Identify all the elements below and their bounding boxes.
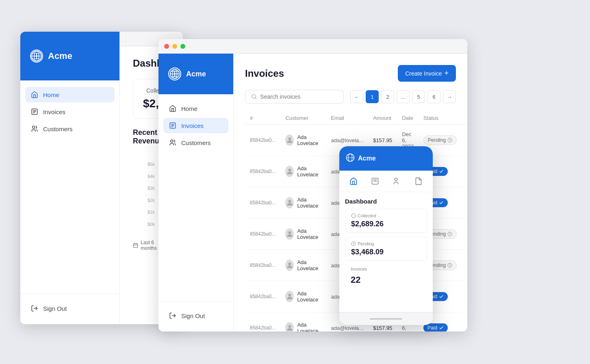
app-name-2: Acme	[186, 70, 206, 78]
titlebar-2	[158, 39, 467, 54]
sidebar-item-customers[interactable]: Customers	[25, 121, 115, 136]
cell-id: 85842ba0...	[245, 312, 280, 332]
cell-customer: Ada Lovelace	[280, 219, 326, 250]
sign-out-1[interactable]: Sign Out	[25, 301, 115, 316]
page-ellipsis: ...	[397, 90, 410, 103]
sidebar-bottom-2: Sign Out	[158, 301, 233, 332]
svg-point-48	[351, 214, 356, 218]
cell-customer: Ada Lovelace	[280, 187, 326, 219]
search-pagination-row: ← 1 2 ... 5 6 →	[245, 90, 456, 104]
nav-2: Home Invoices Customers	[158, 94, 233, 301]
mobile-home-icon[interactable]	[346, 174, 361, 188]
avatar	[285, 134, 294, 146]
svg-point-31	[288, 137, 291, 140]
sign-out-2[interactable]: Sign Out	[163, 308, 228, 323]
svg-point-29	[252, 95, 256, 99]
home-label: Home	[43, 91, 59, 98]
edit-button[interactable]	[466, 286, 467, 297]
delete-button[interactable]	[466, 171, 467, 182]
fullscreen-dot-2[interactable]	[180, 44, 185, 49]
sidebar-item-home[interactable]: Home	[25, 87, 115, 102]
y-label-5k: $5k	[148, 162, 155, 167]
sidebar-item-invoices[interactable]: Invoices	[25, 104, 115, 119]
next-page-button[interactable]: →	[443, 90, 456, 103]
cell-actions	[462, 219, 467, 250]
customers-label-2: Customers	[181, 139, 211, 146]
sidebar2-item-home[interactable]: Home	[163, 101, 228, 116]
mobile-dollar-icon	[351, 213, 356, 218]
mobile-invoices-count: 22	[345, 273, 427, 287]
cell-id: 85842ba0...	[245, 219, 280, 250]
edit-button[interactable]	[466, 161, 467, 171]
mobile-content: Dashboard Collected $2,689.26 Pending $3…	[339, 192, 433, 318]
avatar	[285, 260, 294, 271]
collected-value: $2,689.26	[143, 97, 160, 110]
home-label-2: Home	[181, 105, 197, 112]
svg-point-37	[288, 262, 291, 265]
cell-actions	[462, 187, 467, 219]
cell-actions	[462, 281, 467, 312]
col-date: Date	[397, 112, 419, 125]
col-actions	[462, 112, 467, 125]
logo-area: Acme	[20, 32, 119, 80]
delete-button[interactable]	[466, 297, 467, 307]
logo-area-2: Acme	[158, 54, 233, 94]
home-icon-2	[169, 105, 176, 112]
delete-button[interactable]	[466, 328, 467, 332]
page-6-button[interactable]: 6	[427, 90, 440, 103]
mobile-collected-value: $2,689.26	[351, 220, 421, 228]
mobile-customers-icon[interactable]	[390, 174, 404, 188]
edit-button[interactable]	[466, 255, 467, 265]
sidebar2-item-customers[interactable]: Customers	[163, 135, 228, 150]
mobile-invoices-icon[interactable]	[368, 174, 382, 188]
col-status: Status	[419, 112, 462, 125]
pagination: ← 1 2 ... 5 6 →	[350, 90, 456, 103]
col-amount: Amount	[368, 112, 397, 125]
delete-button[interactable]	[466, 140, 467, 151]
mobile-collected-label: Collected	[351, 213, 421, 218]
globe-icon-mobile	[346, 153, 355, 164]
minimize-dot-2[interactable]	[172, 44, 177, 49]
cell-actions	[462, 125, 467, 156]
mobile-clock-icon	[351, 241, 356, 246]
mobile-pending-label: Pending	[351, 241, 421, 246]
search-bar[interactable]	[245, 90, 344, 104]
delete-button[interactable]	[466, 203, 467, 213]
page-2-button[interactable]: 2	[381, 90, 394, 103]
cell-id: 85842ba0...	[245, 250, 280, 281]
invoices-icon	[31, 108, 38, 115]
sidebar2-item-invoices[interactable]: Invoices	[163, 118, 228, 133]
y-label-0k: $0k	[148, 222, 155, 227]
mobile-pending-value: $3,468.09	[351, 248, 421, 256]
mobile-docs-icon[interactable]	[411, 174, 426, 188]
window-mobile: Acme Dashboard Collected $2,689.26	[339, 146, 433, 325]
cell-actions	[462, 312, 467, 332]
svg-point-1	[34, 51, 39, 61]
delete-button[interactable]	[466, 234, 467, 245]
edit-button[interactable]	[466, 130, 467, 140]
invoices-label: Invoices	[43, 108, 65, 115]
delete-button[interactable]	[466, 265, 467, 276]
close-dot-2[interactable]	[164, 44, 169, 49]
avatar	[285, 228, 294, 240]
invoices-icon-2	[169, 122, 176, 129]
mobile-nav	[339, 171, 433, 192]
edit-button[interactable]	[466, 317, 467, 328]
prev-page-button[interactable]: ←	[350, 90, 363, 103]
page-1-button[interactable]: 1	[366, 90, 379, 103]
edit-button[interactable]	[466, 223, 467, 234]
page-5-button[interactable]: 5	[412, 90, 425, 103]
avatar	[285, 322, 294, 332]
plus-icon: +	[444, 69, 449, 78]
svg-point-33	[288, 169, 291, 171]
cell-id: 85842ba0...	[245, 125, 280, 156]
edit-button[interactable]	[466, 192, 467, 203]
cell-customer: Ada Lovelace	[280, 125, 326, 156]
create-invoice-button[interactable]: Create Invoice +	[398, 65, 456, 82]
search-input[interactable]	[260, 93, 338, 100]
cell-customer: Ada Lovelace	[280, 250, 326, 281]
svg-point-35	[288, 231, 291, 234]
cell-customer: Ada Lovelace	[280, 156, 326, 187]
cell-actions	[462, 156, 467, 187]
y-label-1k: $1k	[148, 210, 155, 214]
